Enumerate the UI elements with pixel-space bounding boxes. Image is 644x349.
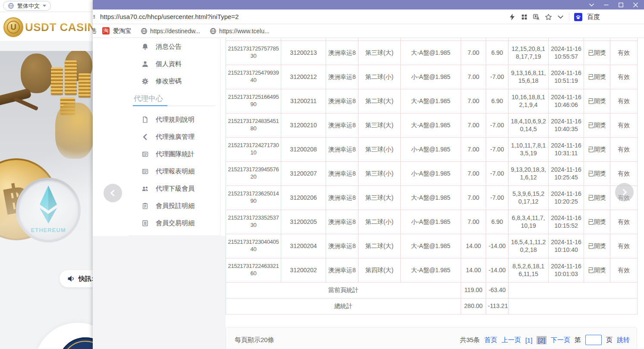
- cell-valid: 有效: [610, 65, 638, 89]
- first-page-link[interactable]: 首页: [484, 336, 497, 344]
- next-page-link[interactable]: 下一页: [551, 336, 570, 344]
- sidebar-item-label: 消息公告: [156, 43, 182, 51]
- page-background-panel: [93, 236, 226, 349]
- cell-id: 2152173172304040540: [226, 234, 281, 258]
- cell-result: 6,8,3,4,11,7,10,19: [509, 210, 549, 234]
- list-icon: [141, 220, 149, 227]
- browser-window: https://usa70.cc/hhcp/usercenter.html?in…: [93, 0, 644, 349]
- news-ticker[interactable]: 快訊:: [60, 270, 93, 287]
- cell-content: 大-A盤@1.985: [401, 113, 461, 137]
- maximize-button[interactable]: [618, 2, 624, 8]
- prev-page-link[interactable]: 上一页: [502, 336, 521, 344]
- cell-winloss: -14.00: [486, 258, 509, 282]
- favorite-star-icon[interactable]: [545, 13, 552, 21]
- cell-valid: 有效: [610, 210, 638, 234]
- cell-content: 大-A盤@1.985: [401, 89, 461, 113]
- taobao-icon[interactable]: 淘: [102, 27, 110, 35]
- sidebar-item[interactable]: 代理報表明細: [129, 163, 220, 180]
- translate-icon[interactable]: [533, 13, 540, 21]
- baidu-icon[interactable]: [574, 13, 582, 21]
- language-bar: 繁体中文: [0, 0, 93, 12]
- chevron-down-icon[interactable]: [557, 13, 564, 21]
- browser-titlebar: [93, 0, 644, 9]
- news-icon: [141, 151, 149, 158]
- bookmark-clipped[interactable]: 选: [93, 27, 96, 35]
- search-engine-label[interactable]: 百度: [587, 13, 600, 21]
- cell-play: 第四球(大): [358, 258, 401, 282]
- news-ticker-label: 快訊:: [79, 275, 93, 283]
- cell-winloss: 6.90: [486, 89, 509, 113]
- carousel-next-button[interactable]: [615, 183, 634, 201]
- cell-period: 31200205: [281, 210, 326, 234]
- page-1-link[interactable]: [1]: [525, 336, 533, 344]
- summary-row-current-page: 當前頁統計 119.00 -63.40: [226, 282, 638, 298]
- cell-amount: 7.00: [461, 161, 486, 186]
- cell-play: 第三球(小): [358, 161, 401, 186]
- sidebar-agent-menu: 代理規則說明代理推廣管理代理團隊統計代理報表明細代理下級會員會員投註明細會員交易…: [129, 111, 220, 232]
- cell-id: 2152173172516649590: [226, 89, 281, 113]
- cell-result: 5,3,9,6,15,20,17,12: [509, 186, 549, 210]
- cell-period: 31200204: [281, 234, 326, 258]
- browser-address-bar: https://usa70.cc/hhcp/usercenter.html?in…: [93, 9, 644, 24]
- sidebar-item[interactable]: 會員交易明細: [129, 214, 220, 232]
- cell-status: 已開獎: [584, 137, 610, 161]
- table-body: 215217317257577853031200213澳洲幸运8第三球(大)大-…: [226, 38, 638, 282]
- table-row: 215217317251664959031200211澳洲幸运8第二球(大)大-…: [226, 89, 638, 113]
- summary-winloss: -63.40: [486, 282, 509, 298]
- ethereum-coin-image: ETHEREUM: [16, 178, 81, 242]
- cell-play: 第三球(小): [358, 137, 401, 161]
- sidebar-item[interactable]: 代理下級會員: [129, 180, 220, 197]
- doc-icon: [141, 116, 149, 123]
- cell-winloss: -14.00: [486, 234, 509, 258]
- bookmark-link-2[interactable]: https://www.tcelu...: [219, 28, 270, 35]
- cell-status: 已開獎: [584, 161, 610, 186]
- sidebar-item[interactable]: 代理推廣管理: [129, 128, 220, 145]
- jump-suffix-label: 页: [606, 336, 613, 344]
- minimize-button[interactable]: [603, 2, 609, 8]
- bell-icon: [141, 43, 149, 50]
- cell-time: 2024-11-16 10:01:03: [549, 258, 584, 282]
- cell-id: 2152173172246332160: [226, 258, 281, 282]
- cell-status: 已開獎: [584, 41, 610, 65]
- sidebar-item[interactable]: 個人資料: [129, 55, 220, 72]
- url-text[interactable]: https://usa70.cc/hhcp/usercenter.html?in…: [100, 13, 239, 20]
- jump-action-link[interactable]: 跳转: [617, 336, 630, 344]
- cell-lottery: 澳洲幸运8: [326, 234, 358, 258]
- close-button[interactable]: [632, 2, 639, 8]
- gold-coin-stack: [51, 67, 63, 95]
- cell-amount: 7.00: [461, 210, 486, 234]
- cell-amount: 7.00: [461, 89, 486, 113]
- pagination-bar: 每頁顯示20條 共35条 首页 上一页 [1] [2] 下一页 第 页 跳转: [226, 327, 637, 349]
- cell-lottery: 澳洲幸运8: [326, 161, 358, 186]
- flash-icon[interactable]: [509, 13, 516, 21]
- carousel-prev-button[interactable]: [104, 184, 122, 202]
- table-row: 215217317224633216031200202澳洲幸运8第四球(大)大-…: [226, 258, 638, 282]
- sidebar-item[interactable]: 會員投註明細: [129, 197, 220, 214]
- sidebar-item[interactable]: 修改密碼: [129, 72, 220, 90]
- cell-amount: 7.00: [461, 113, 486, 137]
- cell-play: 第三球(大): [358, 186, 401, 210]
- sidebar-item[interactable]: 消息公告: [129, 38, 220, 55]
- clipboard-icon: [141, 202, 149, 210]
- bookmark-taobao[interactable]: 爱淘宝: [113, 27, 131, 35]
- table-row: 215217317254799394031200212澳洲幸运8第二球(小)小-…: [226, 65, 638, 89]
- table-row: 215217317230404054031200204澳洲幸运8第二球(大)大-…: [226, 234, 638, 258]
- sidebar-item-label: 代理團隊統計: [156, 150, 195, 158]
- cell-content: 小-A盤@1.985: [401, 210, 461, 234]
- jump-page-input[interactable]: [585, 335, 602, 345]
- cell-time: 2024-11-16 10:10:40: [549, 234, 584, 258]
- cell-winloss: -7.00: [486, 161, 509, 186]
- divider: [569, 13, 569, 21]
- sidebar-item[interactable]: 代理規則說明: [129, 111, 220, 128]
- titlebar-chevron-down-icon[interactable]: [588, 2, 595, 8]
- language-selector[interactable]: 繁体中文: [3, 1, 51, 11]
- cell-result: 8,5,2,6,18,16,11,15: [509, 258, 549, 282]
- table-row: 215217317236250149031200206澳洲幸运8第三球(大)大-…: [226, 186, 638, 210]
- bookmark-link-1[interactable]: https://destinedw...: [150, 28, 200, 35]
- cell-content: 大-A盤@1.985: [401, 41, 461, 65]
- cell-lottery: 澳洲幸运8: [326, 210, 358, 234]
- sidebar-item[interactable]: 代理團隊統計: [129, 145, 220, 163]
- apps-grid-icon[interactable]: [521, 13, 528, 21]
- cell-result: 18,4,10,6,9,20,14,5: [509, 113, 549, 137]
- page-2-current[interactable]: [2]: [537, 336, 547, 344]
